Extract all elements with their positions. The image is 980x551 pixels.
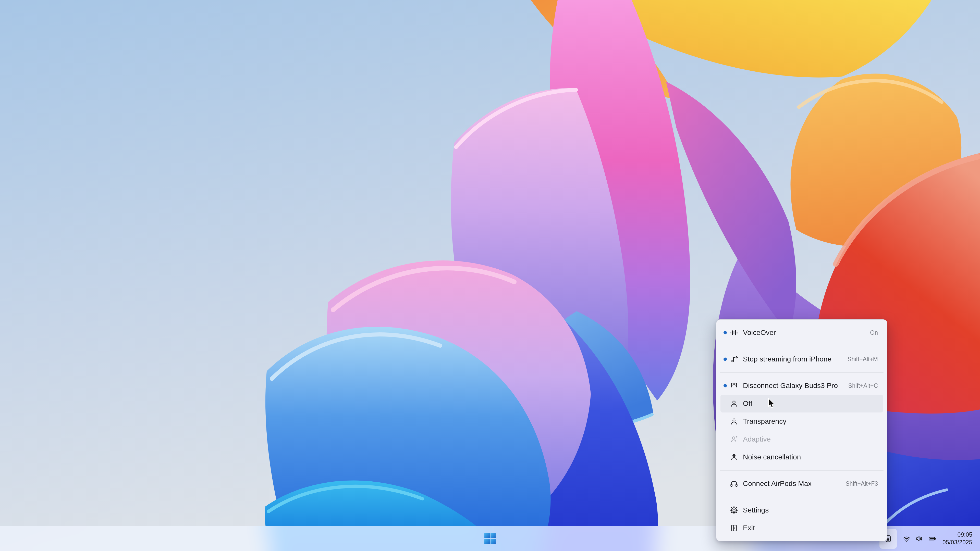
gear-icon — [729, 505, 739, 515]
menu-item-anc-adaptive: Adaptive — [721, 430, 883, 448]
menu-item-label: Disconnect Galaxy Buds3 Pro — [743, 382, 838, 390]
menu-separator — [720, 497, 883, 497]
menu-item-voiceover[interactable]: VoiceOverOn — [721, 324, 883, 341]
tray-menu: VoiceOverOnStop streaming from iPhoneShi… — [716, 319, 887, 541]
menu-item-label: Connect AirPods Max — [743, 480, 811, 488]
shortcut-label: Shift+Alt+M — [842, 356, 878, 363]
active-dot — [724, 331, 727, 334]
menu-item-settings[interactable]: Settings — [721, 501, 883, 519]
menu-item-label: VoiceOver — [743, 329, 776, 337]
windows-logo-icon — [484, 533, 496, 545]
door-exit-icon — [729, 523, 739, 533]
menu-separator — [720, 346, 883, 346]
active-dot — [724, 384, 727, 387]
menu-separator — [720, 372, 883, 373]
person-sparkle-icon — [729, 434, 739, 444]
active-dot — [724, 358, 727, 361]
music-note-stream-icon — [729, 354, 739, 364]
headphones-icon — [729, 479, 739, 489]
waveform-icon — [729, 328, 739, 338]
system-tray-icons[interactable] — [899, 532, 939, 545]
menu-item-label: Off — [743, 400, 752, 408]
menu-item-label: Exit — [743, 524, 755, 532]
menu-item-label: Noise cancellation — [743, 453, 801, 461]
menu-item-stop-streaming-iphone[interactable]: Stop streaming from iPhoneShift+Alt+M — [721, 350, 883, 368]
menu-item-label: Adaptive — [743, 435, 771, 443]
menu-item-connect-airpods-max[interactable]: Connect AirPods MaxShift+Alt+F3 — [721, 475, 883, 492]
shortcut-label: Shift+Alt+F3 — [839, 480, 878, 487]
mouse-cursor — [767, 397, 775, 409]
person-dotted-icon — [729, 416, 739, 426]
battery-icon — [928, 534, 936, 543]
clock-time: 09:05 — [942, 531, 972, 539]
taskbar-clock[interactable]: 09:05 05/03/2025 — [942, 531, 974, 546]
menu-item-disconnect-galaxy-buds3-pro[interactable]: Disconnect Galaxy Buds3 ProShift+Alt+C — [721, 377, 883, 395]
person-ring-icon — [729, 452, 739, 462]
system-tray: 09:05 05/03/2025 — [880, 526, 974, 551]
menu-separator — [720, 470, 883, 471]
clock-date: 05/03/2025 — [942, 539, 972, 546]
menu-item-exit[interactable]: Exit — [721, 519, 883, 537]
menu-item-anc-transparency[interactable]: Transparency — [721, 413, 883, 430]
status-label: On — [864, 329, 878, 336]
earbuds-icon — [729, 381, 739, 391]
wifi-icon — [902, 534, 911, 543]
person-icon — [729, 399, 739, 408]
menu-item-label: Stop streaming from iPhone — [743, 355, 832, 363]
volume-icon — [915, 534, 924, 543]
start-button[interactable] — [482, 530, 498, 547]
menu-item-label: Transparency — [743, 417, 786, 426]
menu-item-anc-noise-cancellation[interactable]: Noise cancellation — [721, 448, 883, 466]
menu-item-label: Settings — [743, 506, 769, 514]
menu-item-anc-off[interactable]: Off — [721, 395, 883, 413]
shortcut-label: Shift+Alt+C — [842, 383, 878, 389]
